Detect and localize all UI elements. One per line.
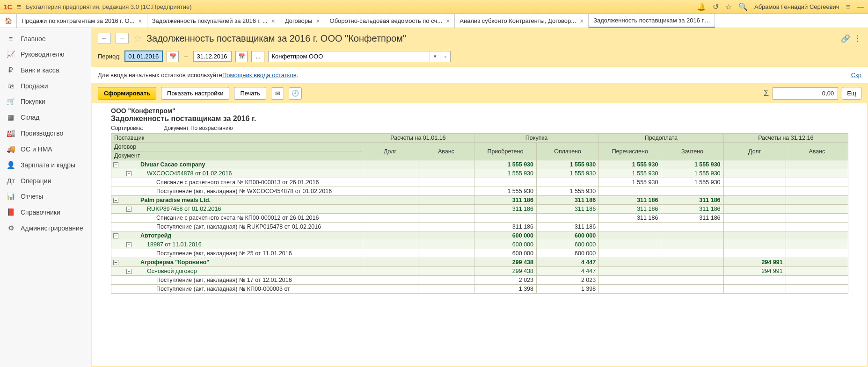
- settings-button[interactable]: Показать настройки: [161, 87, 229, 100]
- table-row[interactable]: Поступление (акт, накладная) № RUKP01547…: [111, 223, 848, 231]
- tab[interactable]: Задолженность покупателей за 2016 г. ...…: [147, 14, 280, 28]
- tab[interactable]: Задолженность поставщикам за 2016 г....: [589, 14, 715, 28]
- table-row[interactable]: −RUKP897458 от 01.02.2016311 186311 1863…: [111, 205, 848, 214]
- table-row[interactable]: −WXCOCO454878 от 01.02.20161 555 9301 55…: [111, 169, 848, 178]
- sidebar-item[interactable]: ≡Главное: [0, 31, 91, 46]
- link-icon[interactable]: 🔗: [841, 34, 850, 43]
- favorite-star-icon[interactable]: ☆: [133, 33, 142, 44]
- menu-icon[interactable]: ≡: [17, 3, 21, 11]
- table-row[interactable]: Списание с расчетного счета № КП00-00001…: [111, 178, 848, 187]
- search-icon[interactable]: 🔍: [738, 2, 748, 11]
- period-ellipsis-button[interactable]: ...: [251, 51, 264, 62]
- cell-value: 1 555 930: [536, 169, 598, 178]
- table-row[interactable]: −Divuar Cacao company1 555 9301 555 9301…: [111, 160, 848, 169]
- table-row[interactable]: Списание с расчетного счета № КП00-00001…: [111, 214, 848, 223]
- calendar-from-icon[interactable]: 📅: [167, 51, 179, 62]
- table-row[interactable]: −Основной договор299 4384 447294 991: [111, 267, 848, 276]
- row-name: Автотрейд: [138, 231, 362, 240]
- sidebar-item-label: Справочники: [21, 209, 60, 216]
- back-button[interactable]: ←: [98, 33, 111, 44]
- table-row[interactable]: Поступление (акт, накладная) № 25 от 11.…: [111, 249, 848, 258]
- sidebar-item[interactable]: 📕Справочники: [0, 204, 91, 220]
- sidebar-item[interactable]: 📊Отчеты: [0, 188, 91, 204]
- close-icon[interactable]: ×: [446, 17, 450, 25]
- sidebar-item[interactable]: ⚙Администрирование: [0, 220, 91, 236]
- sum-value[interactable]: 0,00: [773, 87, 838, 100]
- sidebar-item[interactable]: 🛒Покупки: [0, 94, 91, 109]
- collapse-icon[interactable]: −: [126, 242, 131, 247]
- user-name[interactable]: Абрамов Геннадий Сергеевич: [754, 3, 839, 10]
- cell-value: [599, 240, 661, 249]
- org-input[interactable]: [269, 51, 430, 62]
- table-row[interactable]: Поступление (акт, накладная) № WXCOCO454…: [111, 187, 848, 196]
- tab[interactable]: Оборотно-сальдовая ведомость по сч...×: [325, 14, 455, 28]
- table-row[interactable]: −Агроферма "Коровино"299 4384 447294 991: [111, 258, 848, 267]
- sidebar-item[interactable]: 🛍Продажи: [0, 78, 91, 94]
- bell-icon[interactable]: 🔔: [697, 2, 706, 11]
- email-icon[interactable]: ✉: [271, 87, 284, 100]
- star-icon[interactable]: ☆: [725, 2, 732, 11]
- tab[interactable]: Договоры×: [280, 14, 325, 28]
- sidebar-item[interactable]: ₽Банк и касса: [0, 62, 91, 78]
- collapse-icon[interactable]: −: [113, 162, 118, 167]
- cell-value: [661, 187, 723, 196]
- dropdown-icon[interactable]: ▾: [430, 51, 440, 62]
- form-button[interactable]: Сформировать: [98, 87, 156, 100]
- popout-icon[interactable]: ▫: [440, 51, 450, 62]
- cell-value: 311 186: [536, 196, 598, 205]
- home-tab[interactable]: 🏠: [0, 14, 17, 28]
- cell-value: 1 555 930: [536, 187, 598, 196]
- table-row[interactable]: Поступление (акт, накладная) № КП00-0000…: [111, 285, 848, 294]
- sidebar-item[interactable]: 📈Руководителю: [0, 46, 91, 62]
- sidebar-item[interactable]: ДтОперации: [0, 173, 91, 188]
- collapse-icon[interactable]: −: [113, 233, 118, 238]
- hint-link[interactable]: Помощник ввода остатков: [222, 72, 297, 79]
- table-row[interactable]: Поступление (акт, накладная) № 17 от 12.…: [111, 276, 848, 285]
- cell-value: [786, 240, 848, 249]
- sidebar-item-label: ОС и НМА: [21, 145, 52, 153]
- hide-link[interactable]: Скр: [851, 72, 861, 79]
- collapse-icon[interactable]: −: [113, 260, 118, 265]
- close-icon[interactable]: ×: [271, 17, 275, 25]
- cell-value: 311 186: [536, 223, 598, 231]
- close-icon[interactable]: ×: [139, 17, 142, 25]
- collapse-icon[interactable]: −: [126, 207, 131, 212]
- org-select[interactable]: ▾ ▫: [268, 51, 451, 62]
- app-top-bar: 1С ≡ Бухгалтерия предприятия, редакция 3…: [0, 0, 868, 14]
- cell-value: [599, 285, 661, 294]
- clock-icon[interactable]: 🕘: [289, 87, 302, 100]
- date-from-input[interactable]: [124, 50, 163, 62]
- content-area: ← → ☆ Задолженность поставщикам за 2016 …: [91, 28, 868, 367]
- settings-lines-icon[interactable]: ≡: [846, 3, 850, 11]
- cell-value: [723, 169, 786, 178]
- table-row[interactable]: −18987 от 11.01.2016600 000600 000: [111, 240, 848, 249]
- sidebar-item[interactable]: 🏭Производство: [0, 125, 91, 141]
- collapse-icon[interactable]: −: [126, 269, 131, 274]
- more-button[interactable]: Ещ: [842, 87, 861, 100]
- minimize-icon[interactable]: —: [857, 3, 864, 11]
- tab[interactable]: Продажи по контрагентам за 2016 г. О...×: [17, 14, 147, 28]
- sidebar-item-icon: ▦: [7, 113, 15, 122]
- tab[interactable]: Анализ субконто Контрагенты, Договор...×: [455, 14, 589, 28]
- sidebar-item[interactable]: 👤Зарплата и кадры: [0, 157, 91, 173]
- close-icon[interactable]: ×: [580, 17, 584, 25]
- history-icon[interactable]: ↺: [713, 2, 719, 11]
- print-button[interactable]: Печать: [234, 87, 266, 100]
- collapse-icon[interactable]: −: [126, 171, 131, 176]
- sidebar-item[interactable]: 🚚ОС и НМА: [0, 141, 91, 157]
- cell-value: [786, 196, 848, 205]
- sidebar-item[interactable]: ▦Склад: [0, 109, 91, 125]
- calendar-to-icon[interactable]: 📅: [235, 51, 248, 62]
- cell-value: 311 186: [536, 205, 598, 214]
- forward-button[interactable]: →: [116, 33, 129, 44]
- cell-value: [418, 178, 474, 187]
- table-row[interactable]: −Автотрейд600 000600 000: [111, 231, 848, 240]
- close-icon[interactable]: ×: [316, 17, 320, 25]
- cell-value: [723, 285, 786, 294]
- cell-value: [599, 276, 661, 285]
- more-dots-icon[interactable]: ⋮: [854, 34, 861, 43]
- date-to-input[interactable]: [193, 51, 232, 62]
- cell-value: 600 000: [474, 231, 536, 240]
- table-row[interactable]: −Palm paradise meals Ltd.311 186311 1863…: [111, 196, 848, 205]
- collapse-icon[interactable]: −: [113, 198, 118, 203]
